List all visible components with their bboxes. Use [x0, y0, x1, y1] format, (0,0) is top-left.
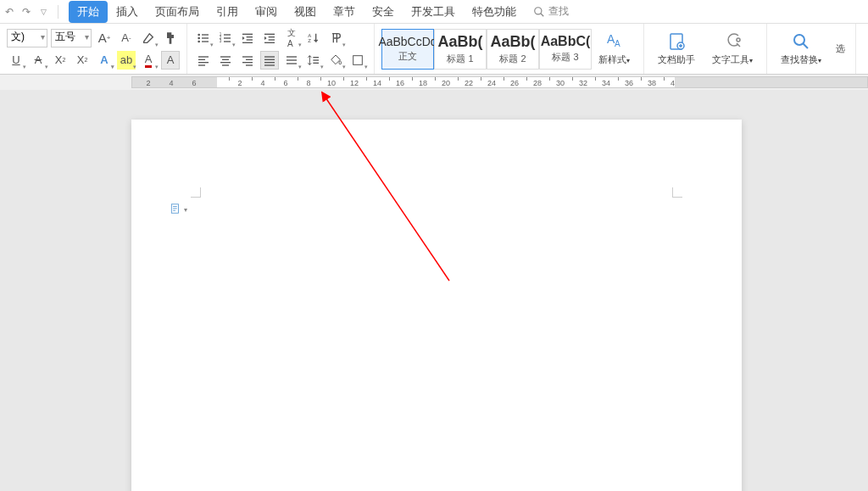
line-spacing-button[interactable] [304, 51, 323, 70]
character-shading-button[interactable]: A [161, 51, 180, 70]
select-button[interactable]: 选 [832, 39, 849, 59]
svg-rect-40 [287, 56, 297, 57]
text-effects-button[interactable]: A [95, 51, 114, 70]
tab-references[interactable]: 引用 [208, 1, 247, 23]
svg-text:A: A [615, 39, 620, 48]
style-preview: AaBbCcDd [378, 35, 437, 48]
styles-group: AaBbCcDd 正文 AaBb( 标题 1 AaBb( 标题 2 AaBbC(… [375, 24, 644, 74]
distribute-button[interactable] [282, 51, 301, 70]
font-size-select[interactable]: 五号 [51, 29, 92, 47]
format-painter-button[interactable] [161, 29, 180, 47]
section-break-icon[interactable] [170, 203, 181, 215]
svg-rect-17 [242, 42, 253, 42]
margin-corner-tr [672, 187, 682, 198]
svg-line-53 [803, 43, 808, 48]
svg-point-6 [198, 40, 200, 42]
font-color-button[interactable]: A [139, 51, 158, 70]
bullets-button[interactable] [194, 29, 213, 47]
svg-rect-24 [198, 56, 209, 57]
style-preview: AaBb( [491, 33, 536, 51]
align-center-button[interactable] [216, 51, 235, 70]
tab-start[interactable]: 开始 [69, 1, 108, 23]
svg-rect-44 [313, 59, 319, 60]
svg-rect-45 [313, 62, 319, 63]
font-name-select[interactable]: 文) [7, 29, 47, 47]
align-right-button[interactable] [238, 51, 257, 70]
style-heading1[interactable]: AaBb( 标题 1 [434, 29, 487, 70]
svg-rect-42 [287, 63, 297, 64]
svg-text:Z: Z [308, 38, 311, 43]
asian-layout-button[interactable]: 文A [282, 29, 301, 47]
style-heading2[interactable]: AaBb( 标题 2 [487, 29, 539, 70]
highlight-button[interactable]: ab [117, 51, 136, 70]
redo-icon[interactable]: ↷ [20, 6, 32, 18]
svg-rect-21 [264, 42, 275, 42]
tab-review[interactable]: 审阅 [247, 1, 286, 23]
svg-rect-43 [313, 57, 319, 58]
svg-rect-28 [220, 56, 231, 57]
svg-rect-55 [173, 206, 177, 207]
svg-rect-9 [224, 34, 231, 35]
svg-rect-16 [247, 39, 253, 40]
tab-layout[interactable]: 页面布局 [147, 1, 208, 23]
clear-format-button[interactable] [139, 29, 158, 47]
section-dropdown-icon[interactable]: ▾ [184, 206, 187, 214]
style-preview: AaBbC( [541, 34, 591, 49]
style-label: 标题 3 [552, 51, 578, 64]
style-label: 标题 2 [499, 53, 526, 65]
strikethrough-button[interactable]: A [29, 51, 47, 70]
style-preview: AaBb( [438, 33, 483, 51]
decrease-indent-button[interactable] [238, 29, 257, 47]
numbering-button[interactable]: 123 [216, 29, 235, 47]
document-page[interactable]: ▾ [131, 120, 742, 491]
text-tools-button[interactable]: 文字工具▾ [705, 28, 760, 70]
doc-assistant-label: 文档助手 [658, 53, 695, 66]
qat-dropdown-icon[interactable]: ▽ [37, 6, 49, 18]
borders-button[interactable] [348, 51, 367, 70]
svg-point-2 [198, 33, 200, 36]
align-justify-button[interactable] [260, 51, 279, 70]
svg-rect-41 [287, 59, 297, 60]
grow-font-button[interactable]: A+ [95, 29, 114, 47]
new-style-button[interactable]: AA 新样式▾ [592, 28, 637, 70]
tab-dev[interactable]: 开发工具 [403, 1, 464, 23]
svg-rect-29 [222, 59, 229, 59]
underline-button[interactable]: U [7, 51, 25, 70]
svg-rect-19 [269, 36, 275, 37]
document-area: ▾ [0, 90, 868, 491]
tab-view[interactable]: 视图 [286, 1, 325, 23]
superscript-button[interactable]: X2 [51, 51, 70, 70]
align-left-button[interactable] [194, 51, 213, 70]
svg-rect-18 [264, 33, 275, 34]
svg-rect-20 [269, 39, 275, 40]
subscript-button[interactable]: X2 [73, 51, 92, 70]
style-body[interactable]: AaBbCcDd 正文 [381, 29, 434, 70]
svg-rect-57 [173, 210, 175, 211]
find-group: 查找替换▾ 选 [767, 24, 856, 74]
show-marks-button[interactable] [326, 29, 345, 47]
increase-indent-button[interactable] [260, 29, 279, 47]
svg-rect-11 [224, 37, 231, 38]
tab-chapter[interactable]: 章节 [325, 1, 364, 23]
new-style-label: 新样式▾ [598, 53, 630, 66]
tab-special[interactable]: 特色功能 [464, 1, 525, 23]
sort-button[interactable]: AZ [304, 29, 323, 47]
tab-insert[interactable]: 插入 [108, 1, 147, 23]
select-label: 选 [836, 42, 845, 55]
undo-icon[interactable]: ↶ [3, 6, 15, 18]
style-heading3[interactable]: AaBbC( 标题 3 [539, 29, 592, 70]
horizontal-ruler[interactable]: 6422468101214161820222426283032343638404… [131, 76, 868, 88]
svg-rect-31 [222, 64, 229, 65]
svg-rect-15 [247, 36, 253, 37]
tools-group: 文档助手 文字工具▾ [644, 24, 767, 74]
doc-assistant-button[interactable]: 文档助手 [651, 28, 702, 70]
find-replace-button[interactable]: 查找替换▾ [774, 28, 828, 70]
svg-rect-56 [173, 208, 177, 209]
tab-security[interactable]: 安全 [364, 1, 403, 23]
shading-button[interactable] [326, 51, 345, 70]
search-box[interactable]: 查找 [533, 4, 569, 19]
svg-rect-33 [246, 59, 253, 59]
svg-text:3: 3 [220, 39, 222, 43]
shrink-font-button[interactable]: A- [117, 29, 136, 47]
style-label: 正文 [398, 50, 417, 63]
